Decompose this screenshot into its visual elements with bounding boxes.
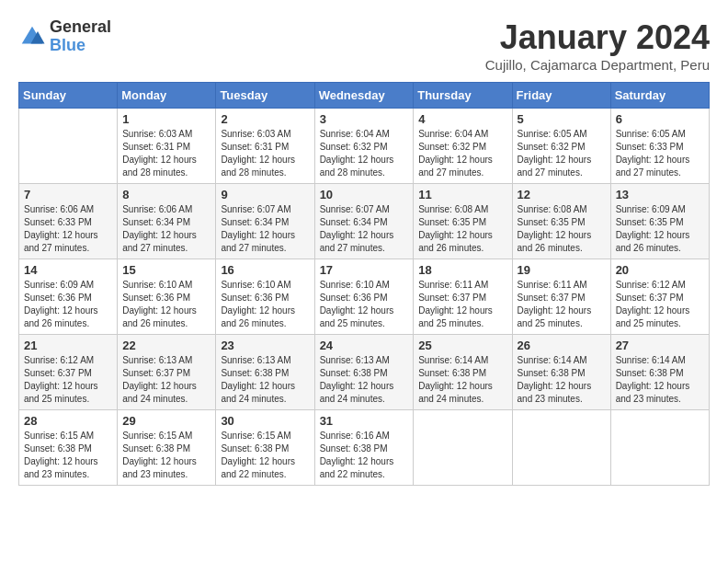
day-info: Sunrise: 6:06 AM Sunset: 6:33 PM Dayligh…	[24, 203, 112, 255]
day-number: 3	[320, 112, 409, 126]
day-number: 4	[418, 112, 506, 126]
day-number: 8	[122, 188, 210, 201]
day-number: 20	[616, 263, 704, 277]
header-row: SundayMondayTuesdayWednesdayThursdayFrid…	[19, 83, 710, 109]
calendar-cell: 16Sunrise: 6:10 AM Sunset: 6:36 PM Dayli…	[216, 259, 314, 335]
logo-icon	[18, 23, 46, 51]
location-subtitle: Cujillo, Cajamarca Department, Peru	[485, 57, 710, 73]
calendar-cell: 8Sunrise: 6:06 AM Sunset: 6:34 PM Daylig…	[118, 184, 216, 259]
header-cell-saturday: Saturday	[610, 83, 709, 109]
day-number: 28	[24, 414, 112, 428]
calendar-header: SundayMondayTuesdayWednesdayThursdayFrid…	[19, 83, 710, 109]
calendar-cell: 14Sunrise: 6:09 AM Sunset: 6:36 PM Dayli…	[19, 259, 118, 335]
day-number: 23	[221, 339, 309, 352]
calendar-cell	[610, 410, 709, 486]
day-info: Sunrise: 6:10 AM Sunset: 6:36 PM Dayligh…	[122, 279, 210, 330]
logo-general: General	[50, 17, 111, 36]
calendar-cell: 26Sunrise: 6:14 AM Sunset: 6:38 PM Dayli…	[512, 335, 610, 410]
day-number: 9	[221, 188, 309, 201]
day-number: 11	[418, 188, 506, 201]
day-info: Sunrise: 6:06 AM Sunset: 6:34 PM Dayligh…	[122, 203, 210, 255]
header-cell-thursday: Thursday	[414, 83, 512, 109]
week-row-0: 1Sunrise: 6:03 AM Sunset: 6:31 PM Daylig…	[19, 109, 710, 184]
calendar-cell: 23Sunrise: 6:13 AM Sunset: 6:38 PM Dayli…	[216, 335, 314, 410]
calendar-cell: 2Sunrise: 6:03 AM Sunset: 6:31 PM Daylig…	[216, 109, 314, 184]
day-number: 2	[221, 112, 309, 126]
page-header: General Blue January 2024 Cujillo, Cajam…	[18, 18, 710, 73]
calendar-cell: 27Sunrise: 6:14 AM Sunset: 6:38 PM Dayli…	[610, 335, 709, 410]
day-number: 12	[518, 188, 606, 201]
calendar-cell: 9Sunrise: 6:07 AM Sunset: 6:34 PM Daylig…	[216, 184, 314, 259]
calendar-cell: 17Sunrise: 6:10 AM Sunset: 6:36 PM Dayli…	[314, 259, 414, 335]
day-info: Sunrise: 6:08 AM Sunset: 6:35 PM Dayligh…	[518, 203, 606, 255]
calendar-cell: 5Sunrise: 6:05 AM Sunset: 6:32 PM Daylig…	[512, 109, 610, 184]
day-number: 15	[122, 263, 210, 277]
day-number: 21	[24, 339, 112, 352]
day-number: 13	[616, 188, 704, 201]
day-number: 5	[518, 112, 606, 126]
day-info: Sunrise: 6:14 AM Sunset: 6:38 PM Dayligh…	[518, 354, 606, 406]
calendar-cell: 7Sunrise: 6:06 AM Sunset: 6:33 PM Daylig…	[19, 184, 118, 259]
day-info: Sunrise: 6:15 AM Sunset: 6:38 PM Dayligh…	[221, 430, 309, 481]
calendar-cell: 20Sunrise: 6:12 AM Sunset: 6:37 PM Dayli…	[610, 259, 709, 335]
day-info: Sunrise: 6:12 AM Sunset: 6:37 PM Dayligh…	[24, 354, 112, 406]
calendar-cell: 31Sunrise: 6:16 AM Sunset: 6:38 PM Dayli…	[314, 410, 414, 486]
week-row-2: 14Sunrise: 6:09 AM Sunset: 6:36 PM Dayli…	[19, 259, 710, 335]
calendar-cell: 18Sunrise: 6:11 AM Sunset: 6:37 PM Dayli…	[414, 259, 512, 335]
day-number: 6	[616, 112, 704, 126]
day-number: 17	[320, 263, 409, 277]
day-info: Sunrise: 6:13 AM Sunset: 6:38 PM Dayligh…	[320, 354, 409, 406]
day-info: Sunrise: 6:05 AM Sunset: 6:32 PM Dayligh…	[518, 128, 606, 179]
calendar-cell: 29Sunrise: 6:15 AM Sunset: 6:38 PM Dayli…	[118, 410, 216, 486]
calendar-cell: 21Sunrise: 6:12 AM Sunset: 6:37 PM Dayli…	[19, 335, 118, 410]
header-cell-monday: Monday	[118, 83, 216, 109]
logo: General Blue	[18, 18, 111, 55]
day-info: Sunrise: 6:13 AM Sunset: 6:37 PM Dayligh…	[122, 354, 210, 406]
calendar-cell: 6Sunrise: 6:05 AM Sunset: 6:33 PM Daylig…	[610, 109, 709, 184]
logo-blue: Blue	[50, 36, 85, 54]
calendar-body: 1Sunrise: 6:03 AM Sunset: 6:31 PM Daylig…	[19, 109, 710, 486]
day-info: Sunrise: 6:16 AM Sunset: 6:38 PM Dayligh…	[320, 430, 409, 481]
header-cell-friday: Friday	[512, 83, 610, 109]
day-number: 31	[320, 414, 409, 428]
day-number: 19	[518, 263, 606, 277]
day-number: 14	[24, 263, 112, 277]
day-number: 10	[320, 188, 409, 201]
calendar-cell: 30Sunrise: 6:15 AM Sunset: 6:38 PM Dayli…	[216, 410, 314, 486]
day-info: Sunrise: 6:11 AM Sunset: 6:37 PM Dayligh…	[518, 279, 606, 330]
calendar-cell	[414, 410, 512, 486]
day-info: Sunrise: 6:05 AM Sunset: 6:33 PM Dayligh…	[616, 128, 704, 179]
day-info: Sunrise: 6:09 AM Sunset: 6:35 PM Dayligh…	[616, 203, 704, 255]
day-info: Sunrise: 6:13 AM Sunset: 6:38 PM Dayligh…	[221, 354, 309, 406]
day-info: Sunrise: 6:15 AM Sunset: 6:38 PM Dayligh…	[122, 430, 210, 481]
day-number: 25	[418, 339, 506, 352]
calendar-cell: 4Sunrise: 6:04 AM Sunset: 6:32 PM Daylig…	[414, 109, 512, 184]
day-number: 22	[122, 339, 210, 352]
header-cell-sunday: Sunday	[19, 83, 118, 109]
day-number: 24	[320, 339, 409, 352]
day-number: 29	[122, 414, 210, 428]
calendar-table: SundayMondayTuesdayWednesdayThursdayFrid…	[18, 82, 710, 486]
day-info: Sunrise: 6:10 AM Sunset: 6:36 PM Dayligh…	[320, 279, 409, 330]
calendar-cell: 12Sunrise: 6:08 AM Sunset: 6:35 PM Dayli…	[512, 184, 610, 259]
day-number: 7	[24, 188, 112, 201]
week-row-1: 7Sunrise: 6:06 AM Sunset: 6:33 PM Daylig…	[19, 184, 710, 259]
week-row-3: 21Sunrise: 6:12 AM Sunset: 6:37 PM Dayli…	[19, 335, 710, 410]
title-block: January 2024 Cujillo, Cajamarca Departme…	[485, 18, 710, 73]
week-row-4: 28Sunrise: 6:15 AM Sunset: 6:38 PM Dayli…	[19, 410, 710, 486]
calendar-cell	[19, 109, 118, 184]
day-info: Sunrise: 6:09 AM Sunset: 6:36 PM Dayligh…	[24, 279, 112, 330]
day-info: Sunrise: 6:04 AM Sunset: 6:32 PM Dayligh…	[418, 128, 506, 179]
day-info: Sunrise: 6:04 AM Sunset: 6:32 PM Dayligh…	[320, 128, 409, 179]
header-cell-tuesday: Tuesday	[216, 83, 314, 109]
day-number: 16	[221, 263, 309, 277]
day-info: Sunrise: 6:07 AM Sunset: 6:34 PM Dayligh…	[221, 203, 309, 255]
month-year-title: January 2024	[485, 18, 710, 57]
day-info: Sunrise: 6:15 AM Sunset: 6:38 PM Dayligh…	[24, 430, 112, 481]
day-number: 26	[518, 339, 606, 352]
calendar-cell: 11Sunrise: 6:08 AM Sunset: 6:35 PM Dayli…	[414, 184, 512, 259]
calendar-cell: 13Sunrise: 6:09 AM Sunset: 6:35 PM Dayli…	[610, 184, 709, 259]
day-info: Sunrise: 6:12 AM Sunset: 6:37 PM Dayligh…	[616, 279, 704, 330]
calendar-cell: 24Sunrise: 6:13 AM Sunset: 6:38 PM Dayli…	[314, 335, 414, 410]
calendar-cell: 22Sunrise: 6:13 AM Sunset: 6:37 PM Dayli…	[118, 335, 216, 410]
